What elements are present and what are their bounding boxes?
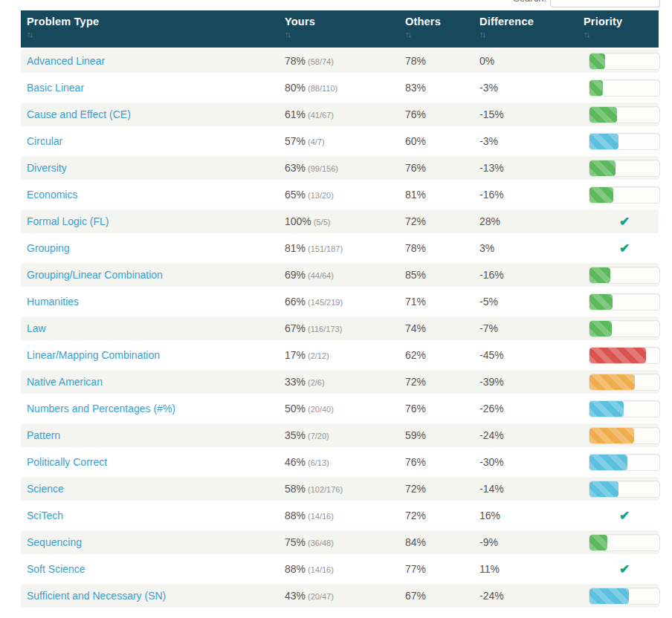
problem-type-link[interactable]: Sufficient and Necessary (SN)	[27, 590, 166, 602]
difference-cell: 28%	[474, 215, 578, 227]
difference-cell: -3%	[474, 82, 578, 94]
yours-cell: 75%(36/48)	[279, 536, 399, 548]
priority-bar	[589, 400, 660, 417]
problem-type-cell: Politically Correct	[21, 456, 279, 468]
sort-icon: ↑↓	[584, 30, 659, 39]
yours-cell: 67%(116/173)	[279, 322, 399, 334]
problem-type-cell: Pattern	[21, 429, 279, 441]
problem-type-cell: Grouping/Linear Combination	[21, 269, 279, 281]
problem-type-link[interactable]: Law	[27, 322, 46, 334]
difference-percent: 11%	[479, 563, 500, 575]
problem-type-link[interactable]: Numbers and Percentages (#%)	[27, 403, 175, 414]
others-cell: 72%	[399, 483, 474, 495]
priority-cell	[578, 53, 659, 70]
table-row: Numbers and Percentages (#%) 50%(20/40) …	[21, 395, 659, 422]
difference-cell: -30%	[474, 456, 578, 468]
priority-check-icon: ✔	[619, 561, 630, 578]
priority-bar-fill	[589, 588, 629, 604]
priority-cell	[578, 374, 659, 391]
table-row: Formal Logic (FL) 100%(5/5) 72% 28% ✔	[21, 208, 659, 235]
yours-fraction: (116/173)	[308, 325, 342, 334]
others-cell: 76%	[399, 456, 474, 468]
difference-cell: -3%	[474, 135, 578, 147]
problem-type-link[interactable]: Diversity	[27, 162, 67, 174]
problem-type-cell: Science	[21, 483, 279, 495]
others-cell: 74%	[399, 322, 474, 334]
yours-percent: 69%	[285, 269, 306, 281]
problem-type-cell: Circular	[21, 135, 279, 147]
difference-percent: 3%	[479, 242, 494, 254]
problem-type-link[interactable]: Basic Linear	[27, 82, 84, 94]
difference-percent: -30%	[479, 456, 504, 468]
problem-type-cell: Sequencing	[21, 536, 279, 548]
yours-fraction: (145/219)	[308, 298, 343, 307]
yours-percent: 80%	[285, 82, 306, 94]
priority-bar	[589, 133, 660, 150]
problem-type-link[interactable]: Native American	[27, 376, 103, 388]
problem-type-cell: Cause and Effect (CE)	[21, 108, 279, 120]
difference-percent: -7%	[479, 322, 498, 334]
yours-percent: 50%	[285, 403, 306, 414]
column-label: Problem Type	[27, 16, 279, 27]
priority-cell	[578, 106, 659, 123]
difference-percent: -13%	[479, 162, 504, 174]
problem-type-link[interactable]: Politically Correct	[27, 456, 107, 468]
priority-bar	[589, 454, 660, 471]
problem-type-link[interactable]: Advanced Linear	[27, 55, 105, 67]
column-header-others[interactable]: Others ↑↓	[399, 10, 474, 48]
priority-bar-fill	[589, 294, 613, 310]
table-row: Politically Correct 46%(6/13) 76% -30%	[21, 449, 659, 475]
yours-cell: 81%(151/187)	[279, 242, 399, 254]
problem-type-link[interactable]: Cause and Effect (CE)	[27, 108, 131, 120]
yours-fraction: (20/47)	[308, 592, 334, 601]
others-percent: 78%	[405, 242, 426, 254]
priority-bar	[589, 186, 660, 204]
yours-percent: 58%	[285, 483, 306, 495]
problem-type-link[interactable]: Humanities	[27, 296, 79, 308]
column-header-problem-type[interactable]: Problem Type ↑↓	[21, 10, 279, 48]
yours-cell: 50%(20/40)	[279, 403, 399, 414]
others-cell: 59%	[399, 429, 474, 441]
yours-percent: 78%	[285, 55, 306, 67]
priority-cell	[578, 293, 659, 310]
yours-fraction: (102/176)	[308, 485, 343, 494]
problem-type-link[interactable]: Formal Logic (FL)	[27, 215, 109, 227]
problem-type-link[interactable]: Economics	[27, 189, 77, 201]
column-header-priority[interactable]: Priority ↑↓	[578, 10, 659, 48]
table-row: Advanced Linear 78%(58/74) 78% 0%	[21, 48, 659, 74]
problem-type-link[interactable]: Sequencing	[27, 536, 82, 548]
priority-cell: ✔	[578, 240, 659, 257]
priority-bar-fill	[589, 160, 616, 176]
search-input[interactable]	[550, 0, 660, 7]
problem-type-link[interactable]: Science	[27, 483, 64, 495]
problem-type-link[interactable]: Grouping	[27, 242, 70, 254]
difference-cell: -9%	[474, 536, 578, 548]
others-percent: 76%	[405, 162, 426, 174]
column-header-difference[interactable]: Difference ↑↓	[474, 10, 578, 48]
priority-cell	[578, 427, 659, 444]
column-header-yours[interactable]: Yours ↑↓	[279, 10, 399, 48]
problem-type-link[interactable]: Grouping/Linear Combination	[27, 269, 163, 281]
others-percent: 60%	[405, 135, 426, 147]
priority-bar	[589, 427, 660, 444]
problem-type-link[interactable]: Linear/Mapping Combination	[27, 349, 160, 361]
problem-type-link[interactable]: Pattern	[27, 429, 60, 441]
difference-percent: -26%	[479, 403, 504, 414]
difference-cell: -26%	[474, 403, 578, 414]
yours-cell: 35%(7/20)	[279, 429, 399, 441]
table-row: Circular 57%(4/7) 60% -3%	[21, 128, 659, 154]
search-label: Search:	[513, 0, 546, 4]
problem-type-link[interactable]: SciTech	[27, 510, 63, 521]
problem-type-link[interactable]: Circular	[27, 135, 62, 147]
yours-percent: 17%	[285, 349, 306, 361]
problem-type-link[interactable]: Soft Science	[27, 563, 85, 575]
difference-cell: -5%	[474, 296, 578, 308]
priority-bar-fill	[589, 267, 610, 283]
table-row: Cause and Effect (CE) 61%(41/67) 76% -15…	[21, 101, 659, 128]
yours-cell: 88%(14/16)	[279, 563, 399, 575]
yours-percent: 46%	[285, 456, 306, 468]
yours-cell: 33%(2/6)	[279, 376, 399, 388]
column-label: Others	[405, 16, 474, 27]
others-cell: 72%	[399, 215, 474, 227]
table-row: Economics 65%(13/20) 81% -16%	[21, 181, 659, 208]
